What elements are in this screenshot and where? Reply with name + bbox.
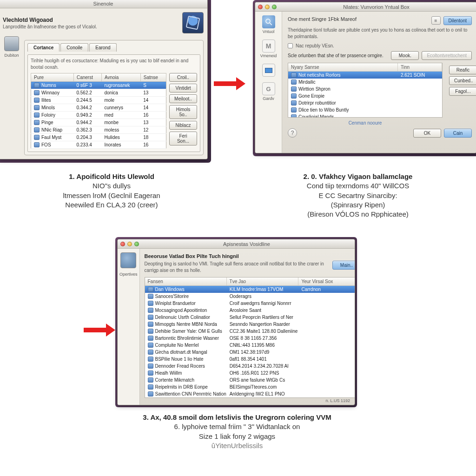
table-row[interactable]: Numns0 s6F 3rugronsarwkS (31, 82, 166, 89)
side-button[interactable]: Fagol... (449, 87, 476, 96)
table-row[interactable]: Minols0.344.2cunnerys14 (31, 104, 166, 112)
sidebar-item-g[interactable]: G Gardv (262, 82, 275, 101)
list-item[interactable]: Gone Eropie (288, 93, 442, 99)
list-item[interactable]: Dlice tien to Wibo Buntly (288, 106, 442, 113)
close-icon[interactable] (258, 5, 263, 9)
list-item[interactable]: Gircha dlotnart.dt MangalOM1 142.38:197d… (145, 349, 355, 356)
col-tvejao[interactable]: Tve Jao (227, 278, 299, 285)
cain-button[interactable]: Cain (444, 129, 472, 138)
dilentont-button[interactable]: Dilentont (443, 16, 472, 25)
profiles-table[interactable]: Pure Canerst Avnoia Satnse Numns0 s6F 3r… (31, 73, 166, 149)
list-item[interactable]: Dennoder Fread RocersD654.2014 3.234.20.… (145, 363, 355, 370)
tab-earond[interactable]: Earond (89, 43, 116, 52)
list-item[interactable]: Hiealh WiillmOH6 .165.R01 122 PNS (145, 370, 355, 377)
table-row[interactable]: Ilites0.244.5mole14 (31, 97, 166, 104)
list-item[interactable]: Delinonuic Usrth ColinatiorSellut Peoprc… (145, 314, 355, 321)
list-item[interactable]: Dan VilindowsKILM Inodre:Imas 17VOMCarrd… (145, 286, 355, 293)
tab-cortance[interactable]: Cortance (27, 43, 60, 52)
list-item[interactable]: Not neticsha Rorlors2.621 SOIN (288, 72, 442, 79)
status-text: n. L.US 1192 (325, 398, 350, 403)
virtualbox-logo-icon (182, 12, 204, 33)
table-row[interactable]: Winnaoy0.562.2donica13 (31, 89, 166, 97)
list-item[interactable]: Mocsagingod ApooitintonArosloire Saant (145, 307, 355, 314)
list-item[interactable]: Sanoces'SitorireOoderagrs (145, 293, 355, 300)
sidebar-item-wrench[interactable]: Vntuol (262, 15, 275, 34)
list-item[interactable]: Dotrirpr robuntitior (288, 99, 442, 106)
col-source[interactable]: Nyary Sanrse (288, 63, 398, 71)
description-text: Theridapine tionl tofusle are pituble co… (288, 27, 472, 40)
col-pure[interactable]: Pure (31, 73, 74, 82)
minimize-icon[interactable] (127, 242, 132, 246)
sidebar-thumb-icon (4, 36, 19, 51)
panel3-description: Deopting ting is sanlod ho VMl. Traglle … (145, 261, 329, 273)
table-row[interactable]: Pinge0.944.2monbe13 (31, 119, 166, 126)
vms-table[interactable]: Fansen Tve Jao Yeur Virsal Sox Dan Vilin… (145, 277, 355, 398)
window-title: Nlates: Vunvorion Yntual Box (279, 4, 474, 10)
side-button[interactable]: Meiloot.. (169, 94, 197, 103)
list-item[interactable]: Couslioial Mands (288, 113, 442, 118)
side-button[interactable]: Himols 5o.. (169, 105, 197, 119)
list-item[interactable]: Wirttion Shpron (288, 86, 442, 93)
side-button[interactable]: Croil.. (169, 73, 197, 82)
side-button[interactable]: Reafic (449, 66, 476, 74)
sidebar-item-monitor[interactable] (262, 64, 275, 77)
center-link[interactable]: Cenman nooure (288, 120, 443, 126)
side-button[interactable]: Feri Son... (169, 132, 197, 145)
sources-list[interactable]: Nyary Sanrse Tinn Not neticsha Rorlors2.… (288, 63, 443, 118)
table-row[interactable]: NNic Riap0.362.3moless12 (31, 126, 166, 134)
g-icon: G (262, 82, 275, 95)
col-canerst[interactable]: Canerst (73, 73, 101, 82)
extra-button[interactable]: Ecoltontvrettochent (422, 51, 472, 60)
main-button[interactable]: Main.. (332, 261, 355, 270)
sidebar-item-m[interactable]: M Vmeneid (260, 40, 277, 58)
table-row[interactable]: Faul Myst0.204.3Hulides18 (31, 134, 166, 141)
window-title: Apisnestas Vosidline (141, 241, 352, 247)
mook-button[interactable]: Mook. (391, 51, 419, 60)
list-item[interactable]: Sawittention CNN Penrntric NationAnldeng… (145, 390, 355, 397)
col-fansen[interactable]: Fansen (145, 278, 227, 285)
ok-button[interactable]: OK (413, 129, 441, 138)
col-yeur[interactable]: Yeur Virsal Sox (298, 278, 355, 285)
window-title: Sinenole (2, 1, 205, 7)
table-row[interactable]: FOS0.233.4Inorates16 (31, 141, 166, 149)
checkbox-row[interactable]: Nac republy VEsn. (288, 43, 472, 48)
list-item[interactable]: Cortente MikrnatchORS ane faslune WtGb C… (145, 377, 355, 383)
col-avnoia[interactable]: Avnoia (101, 73, 140, 82)
zoom-icon[interactable] (134, 242, 139, 246)
minimize-icon[interactable] (265, 5, 270, 9)
side-button[interactable]: Cunbed.. (449, 76, 476, 85)
titlebar: Sinenole (0, 0, 207, 8)
window-controls[interactable] (258, 5, 277, 9)
panel-wizard-3: Apisnestas Vosidline Opertives Beeoruse … (117, 239, 355, 405)
tab-conoile[interactable]: Conoile (60, 43, 88, 52)
side-button[interactable]: Vintidirt (169, 84, 197, 93)
list-item[interactable]: Reipelrnits in DRB EonpeBEISimgsiTteores… (145, 383, 355, 390)
m-icon: M (262, 40, 275, 53)
mini-menu-icon[interactable]: ≡ (431, 16, 441, 25)
titlebar: Nlates: Vunvorion Yntual Box (255, 2, 476, 12)
help-icon[interactable]: ? (288, 128, 297, 138)
close-icon[interactable] (120, 242, 125, 246)
checkbox-icon[interactable] (288, 43, 293, 48)
table-row[interactable]: Foloiry0.949.2med16 (31, 112, 166, 119)
window-controls[interactable] (120, 242, 139, 246)
wrench-icon (262, 15, 275, 28)
label-row: Scle orlunben that she of ter prasence o… (288, 53, 388, 58)
list-item[interactable]: BSPilie Noue 1 lio Hate0afl1 88.354 1401 (145, 356, 355, 363)
caption-3: 3. Ax, 40.8 smoil dom letslivis the Ureg… (84, 413, 390, 450)
col-satnse[interactable]: Satnse (140, 73, 166, 82)
list-item[interactable]: Winiplst BranduetorCroif awedgrrs flanni… (145, 300, 355, 307)
list-item[interactable]: Dehibie Ssmer Yale: OM E GullsCC2.36 Mai… (145, 328, 355, 335)
panel-wizard-1: Sinenole Vlechlotd Wigoaod Lanproditte â… (0, 0, 208, 159)
zoom-icon[interactable] (272, 5, 277, 9)
wizard-subheading: Lanproditte ân lnafneonse the goes of Vi… (3, 24, 178, 29)
list-item[interactable]: Mirdailic (288, 79, 442, 86)
side-button[interactable]: Niblacz (169, 121, 197, 130)
sidebar-label: Dubiton (3, 53, 20, 58)
list-item[interactable]: Compluite No MerrlelCNltL:443 11395 M86 (145, 342, 355, 349)
list-item[interactable]: Mimopgts Nentre MBNl NordaSesnndo Nanger… (145, 321, 355, 328)
list-item[interactable]: Bartonntic Bhrolintirnie WasnerOSE 8 38 … (145, 335, 355, 342)
caption-1: 1. Apoificold Hits Ulewold NIO"s dullys … (28, 172, 195, 210)
svg-line-1 (270, 23, 272, 25)
col-tinn[interactable]: Tinn (398, 63, 442, 71)
